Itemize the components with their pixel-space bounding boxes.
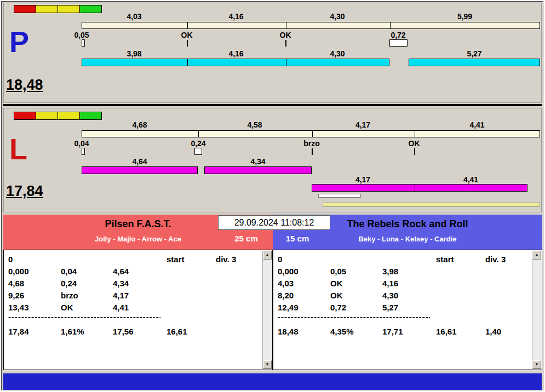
status-light-yellow-2 — [58, 5, 80, 13]
status-light-yellow-1 — [36, 112, 58, 120]
status-light-yellow-1 — [36, 5, 58, 13]
bar-divider — [187, 22, 188, 28]
datetime-display: 29.09.2024 11:08:12 — [218, 215, 330, 230]
summary-total: 17,84 — [8, 327, 29, 336]
table-cell: 4,34 — [113, 279, 129, 288]
split-time: 4,16 — [187, 12, 285, 21]
table-cell: 0,24 — [61, 279, 77, 288]
change-marker: 0,04 — [66, 139, 97, 148]
change-window-box — [82, 39, 85, 47]
table-header-cell: div. 3 — [485, 255, 506, 264]
change-tick — [285, 40, 286, 47]
change-marker: OK — [399, 139, 429, 148]
table-cell: OK — [330, 279, 343, 288]
table-cell: 0,000 — [8, 267, 29, 276]
table-scrollbar[interactable]: ▲ ▼ — [532, 251, 541, 369]
table-cell: brzo — [61, 291, 78, 300]
lane-total-time: 17,84 — [6, 183, 43, 200]
results-table-right: 0 start div. 3 0,000 0,05 3,98 4,03 OK 4… — [273, 250, 542, 370]
dog-time: 4,34 — [204, 157, 312, 166]
table-cell: 0,04 — [61, 267, 77, 276]
table-cell: 13,43 — [8, 303, 29, 312]
dog-time-bar — [312, 184, 527, 192]
split-time: 4,17 — [312, 120, 414, 129]
summary-value: 1,40 — [485, 327, 501, 336]
bar-divider — [198, 131, 199, 137]
table-separator: ----------------------------------------… — [8, 312, 160, 321]
change-marker: 0,72 — [383, 31, 414, 39]
change-window-box — [82, 148, 85, 155]
table-separator: ----------------------------------------… — [278, 312, 430, 321]
table-cell: 4,16 — [382, 279, 398, 288]
change-window-box — [389, 39, 408, 47]
scroll-down-icon[interactable]: ▼ — [532, 360, 541, 369]
table-cell: 5,27 — [382, 303, 398, 312]
thin-white-bar — [318, 194, 361, 198]
timing-screen: 4,03 4,16 4,30 5,99 0,05 OK OK 0,72 3,98… — [0, 0, 545, 392]
status-lights — [14, 112, 101, 120]
summary-value: 16,61 — [436, 327, 457, 336]
table-header-cell: start — [167, 255, 185, 264]
split-time: 5,99 — [389, 12, 540, 21]
table-header-cell: 0 — [278, 255, 282, 264]
table-cell: OK — [330, 291, 343, 300]
change-tick — [414, 148, 415, 155]
table-cell: 4,64 — [113, 267, 129, 276]
thin-yellow-bar — [323, 203, 540, 207]
table-cell: 9,26 — [8, 291, 24, 300]
dog-time: 4,64 — [82, 157, 198, 166]
change-marker: brzo — [296, 139, 327, 148]
split-time: 4,58 — [198, 120, 312, 129]
run-progress-bar — [82, 130, 540, 137]
lane-divider — [3, 104, 542, 106]
dog-time: 3,98 — [82, 49, 187, 58]
table-cell: 4,68 — [8, 279, 24, 288]
scroll-up-icon[interactable]: ▲ — [532, 251, 541, 260]
scroll-down-icon[interactable]: ▼ — [263, 360, 272, 369]
table-cell: 0,05 — [330, 267, 346, 276]
bar-divider — [312, 131, 313, 137]
table-cell: 0,000 — [278, 267, 299, 276]
scroll-up-icon[interactable]: ▲ — [263, 251, 272, 260]
bar-divider — [415, 185, 415, 191]
change-tick — [312, 148, 313, 155]
table-cell: 8,20 — [278, 291, 294, 300]
split-time: 4,30 — [285, 12, 389, 21]
summary-value: 17,71 — [382, 327, 403, 336]
footer-bar — [3, 373, 542, 390]
table-cell: 4,30 — [382, 291, 398, 300]
jump-height-left: 25 cm — [220, 234, 273, 243]
summary-total: 18,48 — [278, 327, 299, 336]
status-light-green — [79, 112, 102, 120]
lane-letter: P — [9, 28, 29, 55]
change-marker: 0,05 — [66, 31, 97, 39]
split-time: 4,68 — [82, 120, 198, 129]
change-marker: OK — [270, 31, 301, 39]
lane-letter: L — [9, 136, 27, 163]
bar-divider — [390, 22, 391, 28]
summary-percent: 1,61% — [61, 327, 84, 336]
dog-time: 4,30 — [285, 49, 389, 58]
summary-value: 17,56 — [113, 327, 134, 336]
results-table-left: 0 start div. 3 0,000 0,04 4,64 4,68 0,24… — [3, 250, 273, 370]
change-marker: 0,24 — [183, 139, 214, 148]
status-light-red — [14, 112, 36, 120]
lane-l-panel: 4,68 4,58 4,17 4,41 0,04 0,24 brzo OK 4,… — [3, 108, 542, 212]
dog-time: 5,27 — [409, 49, 540, 58]
bar-divider — [286, 22, 286, 28]
table-header-cell: 0 — [8, 255, 13, 264]
summary-value: 16,61 — [167, 327, 187, 336]
jump-height-right: 15 cm — [276, 234, 319, 243]
dog-time-bar — [409, 59, 540, 66]
table-cell: 0,72 — [330, 303, 346, 312]
dog-time-bar — [82, 166, 198, 174]
split-time: 4,41 — [414, 120, 540, 129]
dog-time: 4,41 — [414, 175, 527, 184]
change-marker: OK — [171, 31, 202, 39]
run-progress-bar — [82, 22, 540, 29]
table-cell: 3,98 — [382, 267, 398, 276]
table-scrollbar[interactable]: ▲ ▼ — [262, 251, 272, 369]
table-cell: 4,03 — [278, 279, 294, 288]
status-light-red — [14, 5, 36, 13]
bar-divider — [187, 59, 188, 66]
